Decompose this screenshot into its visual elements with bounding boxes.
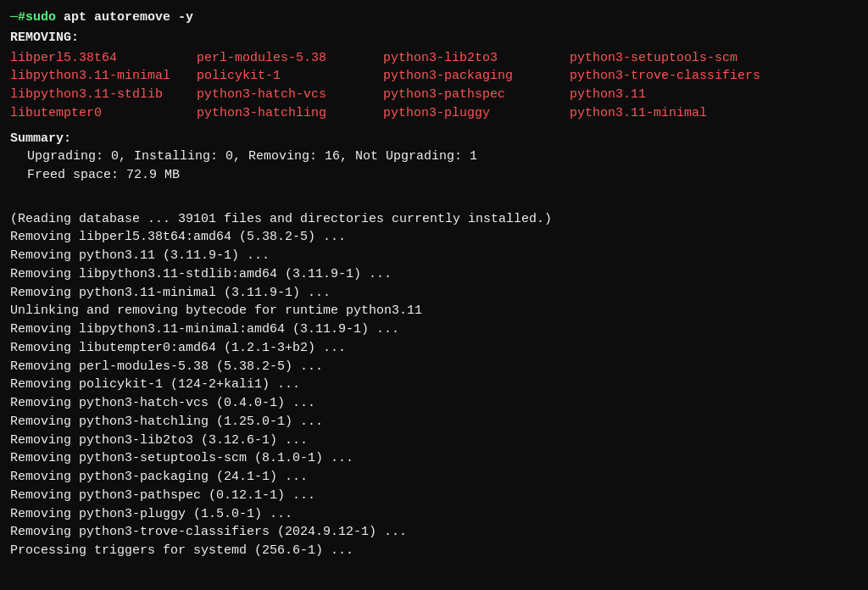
output-line	[10, 192, 858, 210]
packages-grid: libperl5.38t64 perl-modules-5.38 python3…	[10, 49, 858, 123]
removing-header: REMOVING:	[10, 29, 858, 47]
prompt-prefix: ─#	[10, 8, 25, 27]
summary-freed-space: Freed space: 72.9 MB	[10, 166, 858, 185]
output-section: (Reading database ... 39101 files and di…	[10, 192, 858, 560]
output-line: Removing python3.11-minimal (3.11.9-1) .…	[10, 284, 858, 303]
output-line: Removing python3.11 (3.11.9-1) ...	[10, 247, 858, 265]
prompt-command: sudo apt autoremove -y	[25, 8, 193, 27]
output-line: Removing python3-trove-classifiers (2024…	[10, 523, 858, 542]
package-item: libperl5.38t64	[10, 49, 197, 68]
output-line: Removing libutempter0:amd64 (1.2.1-3+b2)…	[10, 339, 858, 358]
package-item: python3-packaging	[383, 67, 570, 86]
package-item: python3-trove-classifiers	[570, 67, 868, 86]
package-item: python3-hatch-vcs	[197, 86, 383, 104]
output-line: Removing libpython3.11-minimal:amd64 (3.…	[10, 320, 858, 339]
output-line: Removing policykit-1 (124-2+kali1) ...	[10, 376, 858, 394]
package-item: policykit-1	[197, 67, 383, 86]
output-line: Removing libperl5.38t64:amd64 (5.38.2-5)…	[10, 228, 858, 247]
output-line: Removing python3-hatchling (1.25.0-1) ..…	[10, 413, 858, 431]
output-line: Removing python3-hatch-vcs (0.4.0-1) ...	[10, 394, 858, 413]
package-item: perl-modules-5.38	[197, 49, 383, 68]
output-line: Removing python3-pathspec (0.12.1-1) ...	[10, 487, 858, 505]
package-item: python3-setuptools-scm	[570, 49, 868, 68]
output-line-systemd: Processing triggers for systemd (256.6-1…	[10, 542, 858, 560]
package-item: libpython3.11-minimal	[10, 67, 197, 86]
output-line: Removing python3-setuptools-scm (8.1.0-1…	[10, 449, 858, 468]
output-line: Removing python3-packaging (24.1-1) ...	[10, 468, 858, 487]
summary-section: Summary: Upgrading: 0, Installing: 0, Re…	[10, 130, 858, 185]
package-item: python3-lib2to3	[383, 49, 570, 68]
package-item: python3-pathspec	[383, 86, 570, 104]
output-line: Removing libpython3.11-stdlib:amd64 (3.1…	[10, 265, 858, 284]
output-line: Removing python3-lib2to3 (3.12.6-1) ...	[10, 431, 858, 450]
package-item: libutempter0	[10, 104, 197, 123]
output-line: Removing perl-modules-5.38 (5.38.2-5) ..…	[10, 358, 858, 376]
output-line-reading-db: (Reading database ... 39101 files and di…	[10, 210, 858, 229]
prompt-line: ─# sudo apt autoremove -y	[10, 8, 858, 27]
package-item: python3.11-minimal	[570, 104, 868, 123]
terminal-window: ─# sudo apt autoremove -y REMOVING: libp…	[10, 8, 858, 582]
package-item: libpython3.11-stdlib	[10, 86, 197, 104]
package-item: python3-pluggy	[383, 104, 570, 123]
output-line: Unlinking and removing bytecode for runt…	[10, 302, 858, 320]
package-item: python3.11	[570, 86, 868, 104]
summary-header: Summary:	[10, 130, 858, 148]
output-line: Removing python3-pluggy (1.5.0-1) ...	[10, 505, 858, 524]
summary-upgrading: Upgrading: 0, Installing: 0, Removing: 1…	[10, 148, 858, 166]
package-item: python3-hatchling	[197, 104, 383, 123]
